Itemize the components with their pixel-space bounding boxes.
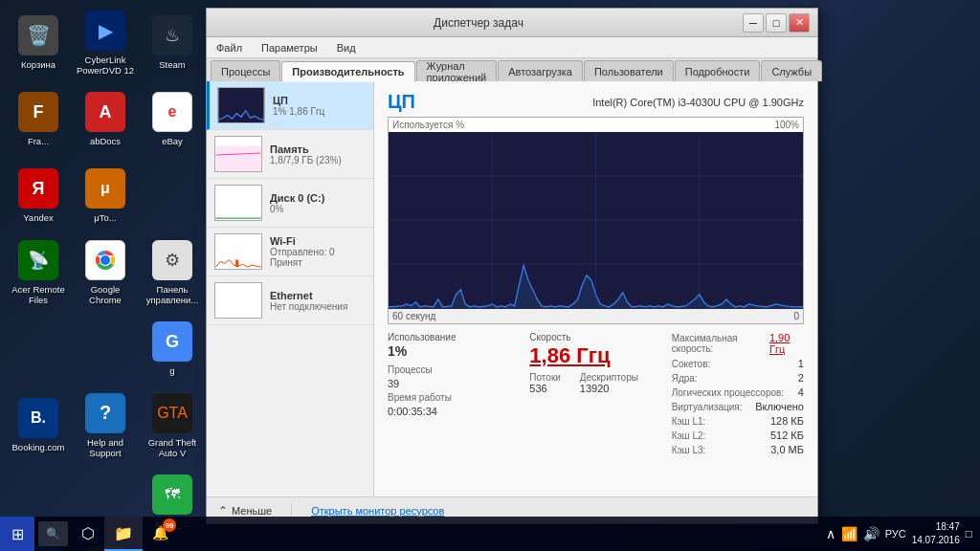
ethernet-sidebar-value: Нет подключения [270, 301, 366, 312]
menu-view[interactable]: Вид [331, 40, 362, 55]
sockets-row: Сокетов: 1 [672, 358, 804, 369]
icon-acer-remote[interactable]: 📡 Acer Remote Files [5, 234, 72, 311]
sidebar-wifi[interactable]: Wi-Fi Отправлено: 0 Принят [207, 228, 373, 276]
tab-services[interactable]: Службы [761, 60, 822, 81]
taskbar-cortana[interactable]: ⬡ [72, 517, 104, 551]
max-speed-label: Максимальная скорость: [672, 333, 769, 354]
uptime-row: Время работы [388, 392, 520, 403]
icon-gta[interactable]: GTA Grand Theft Auto V [139, 387, 206, 464]
virt-value: Включено [755, 401, 804, 412]
max-speed-row: Максимальная скорость: 1,90 Ггц [672, 332, 804, 355]
usage-group: Использование 1% [388, 332, 520, 359]
icon-fraps[interactable]: F Fra... [5, 81, 72, 158]
sidebar-cpu[interactable]: ЦП 1% 1,86 Ггц [207, 81, 373, 130]
close-button[interactable]: ✕ [789, 13, 810, 33]
tab-app-history[interactable]: Журнал приложений [416, 60, 498, 81]
sockets-label: Сокетов: [672, 359, 711, 369]
tab-details[interactable]: Подробности [675, 60, 761, 81]
performance-sidebar: ЦП 1% 1,86 Ггц Память [207, 81, 374, 496]
cpu-model: Intel(R) Core(TM) i3-4030U CPU @ 1.90GHz [592, 97, 804, 108]
icon-g[interactable]: G g [139, 311, 206, 387]
svg-rect-6 [215, 186, 260, 220]
l3-label: Кэш L3: [672, 445, 706, 455]
icon-steam[interactable]: ♨ Steam [139, 5, 206, 81]
desktop: 🗑️ Корзина ▶ CyberLink PowerDVD 12 ♨ Ste… [0, 0, 980, 551]
cpu-sidebar-value: 1% 1,86 Ггц [273, 106, 366, 117]
menu-params[interactable]: Параметры [256, 40, 323, 55]
threads-col: Потоки 536 [529, 372, 561, 394]
menu-file[interactable]: Файл [211, 40, 248, 55]
sidebar-memory[interactable]: Память 1,8/7,9 ГБ (23%) [207, 130, 373, 179]
memory-sidebar-value: 1,8/7,9 ГБ (23%) [270, 155, 366, 165]
task-manager-window: Диспетчер задач ─ □ ✕ Файл Параметры Вид… [206, 8, 818, 524]
search-bar[interactable]: 🔍 [38, 521, 68, 546]
tray-network[interactable]: 📶 [841, 526, 858, 541]
tray-volume[interactable]: 🔊 [863, 526, 880, 541]
start-button[interactable]: ⊞ [0, 517, 34, 551]
svg-rect-5 [215, 145, 260, 171]
monitor-label: Открыть монитор ресурсов [311, 505, 444, 517]
ethernet-mini-graph [214, 282, 262, 319]
graph-max-label: 100% [774, 120, 799, 130]
icon-uto[interactable]: μ μTo... [72, 158, 139, 234]
maximize-button[interactable]: □ [766, 13, 787, 33]
icon-yandex[interactable]: Я Yandex [5, 158, 72, 234]
tab-users[interactable]: Пользователи [584, 60, 674, 81]
tray-notifications-button[interactable]: □ [966, 527, 972, 540]
icon-ebay[interactable]: e eBay [139, 81, 206, 158]
uptime-label: Время работы [388, 392, 452, 403]
taskbar: ⊞ 🔍 ⬡ 📁 🔔 99 ∧ 📶 🔊 РУС 18:47 14.07 [0, 517, 980, 551]
virt-row: Виртуализация: Включено [672, 401, 804, 412]
l1-row: Кэш L1: 128 КБ [672, 415, 804, 427]
time-right: 0 [793, 311, 799, 321]
logical-label: Логических процессоров: [672, 387, 784, 398]
taskbar-explorer[interactable]: 📁 [104, 517, 143, 551]
icon-help[interactable]: ? Help and Support [72, 387, 139, 464]
icon-recycle-bin[interactable]: 🗑️ Корзина [5, 5, 72, 81]
tab-bar: Процессы Производительность Журнал прило… [207, 58, 817, 81]
stat-col-left: Использование 1% Процессы 39 Время работ… [388, 332, 520, 458]
less-button[interactable]: ⌃ Меньше [218, 504, 272, 518]
speed-label: Скорость [529, 332, 661, 342]
processes-label: Процессы [388, 364, 433, 375]
cpu-graph [389, 132, 803, 309]
icon-booking[interactable]: B. Booking.com [5, 387, 72, 464]
cpu-main-panel: ЦП Intel(R) Core(TM) i3-4030U CPU @ 1.90… [374, 81, 817, 496]
window-title: Диспетчер задач [214, 16, 743, 30]
graph-usage-label: Используется % [392, 120, 464, 130]
processes-row: Процессы [388, 364, 520, 375]
icon-cyberlink-dvd[interactable]: ▶ CyberLink PowerDVD 12 [72, 5, 139, 81]
stat-col-right: Максимальная скорость: 1,90 Ггц Сокетов:… [672, 332, 804, 458]
svg-rect-9 [215, 283, 260, 318]
tray-date: 14.07.2016 [912, 534, 960, 547]
memory-sidebar-name: Память [270, 143, 366, 155]
tray-arrow[interactable]: ∧ [826, 526, 835, 541]
tab-processes[interactable]: Процессы [211, 60, 280, 81]
icon-abdocs[interactable]: A abDocs [72, 81, 139, 158]
icon-chrome[interactable]: Google Chrome [72, 234, 139, 311]
processes-value: 39 [388, 378, 399, 389]
notification-wrap[interactable]: 🔔 99 [143, 517, 178, 551]
open-monitor-button[interactable]: Открыть монитор ресурсов [311, 505, 444, 517]
icon-panel[interactable]: ⚙ Панель управлени... [139, 234, 206, 311]
tray-language[interactable]: РУС [885, 528, 906, 540]
sidebar-disk[interactable]: Диск 0 (C:) 0% [207, 179, 373, 228]
memory-mini-graph [214, 136, 262, 172]
stat-col-center: Скорость 1,86 Ггц Потоки 536 Дескрипторы… [529, 332, 661, 458]
tray-clock[interactable]: 18:47 14.07.2016 [912, 520, 960, 547]
usage-label: Использование [388, 332, 520, 342]
wifi-sidebar-value: Отправлено: 0 Принят [270, 247, 366, 268]
handles-value: 13920 [580, 383, 638, 394]
system-tray: ∧ 📶 🔊 РУС 18:47 14.07.2016 □ [818, 520, 980, 547]
l3-value: 3,0 МБ [770, 444, 804, 455]
uptime-value: 0:00:35:34 [388, 406, 437, 417]
tab-startup[interactable]: Автозагрузка [498, 60, 583, 81]
notification-badge: 99 [163, 518, 176, 532]
tray-time: 18:47 [912, 520, 960, 534]
minimize-button[interactable]: ─ [743, 13, 764, 33]
cpu-sidebar-name: ЦП [273, 95, 366, 106]
sidebar-ethernet[interactable]: Ethernet Нет подключения [207, 276, 373, 325]
disk-sidebar-value: 0% [270, 204, 366, 214]
logical-value: 4 [798, 386, 804, 398]
tab-performance[interactable]: Производительность [281, 61, 414, 82]
